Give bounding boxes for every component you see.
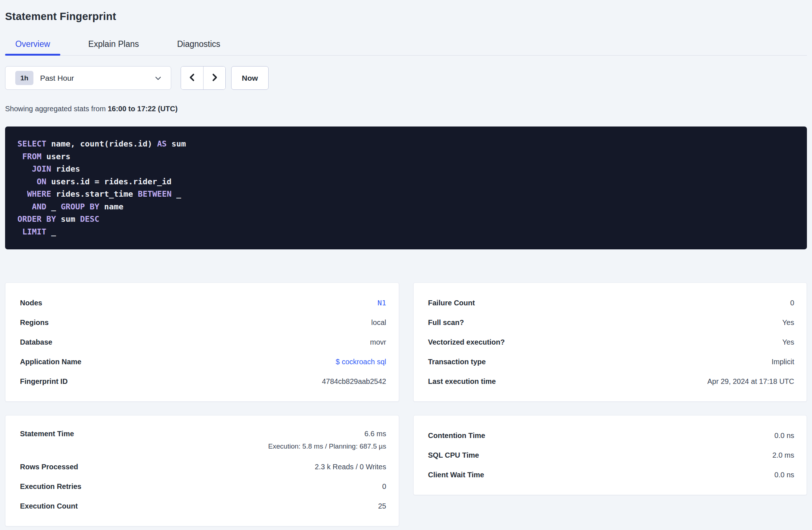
- row-value: movr: [370, 338, 386, 346]
- statement-details-card: NodesN1RegionslocalDatabasemovrApplicati…: [5, 282, 399, 402]
- sql-line: AND _ GROUP BY name: [17, 201, 795, 213]
- wait-time-card: Contention Time0.0 nsSQL CPU Time2.0 msC…: [413, 415, 807, 495]
- sql-keyword: BETWEEN: [138, 189, 172, 198]
- row-value: local: [371, 318, 386, 327]
- row-subvalue: Execution: 5.8 ms / Planning: 687.5 µs: [268, 442, 386, 451]
- sql-text: rides.start_time: [51, 189, 138, 198]
- row-label: Statement Time: [20, 426, 74, 442]
- sql-statement-box: SELECT name, count(rides.id) AS sum FROM…: [5, 127, 807, 249]
- row-value-wrap: movr: [370, 338, 386, 346]
- row-label: Contention Time: [428, 431, 485, 440]
- tab-diagnostics[interactable]: Diagnostics: [167, 34, 230, 55]
- sql-text: name: [99, 202, 123, 211]
- sql-text: sum: [167, 139, 186, 148]
- row-value-wrap: N1: [377, 298, 386, 307]
- row-value: 2.0 ms: [772, 451, 794, 459]
- sql-text: users.id = rides.rider_id: [46, 177, 171, 186]
- sql-keyword: WHERE: [27, 189, 51, 198]
- sql-line: SELECT name, count(rides.id) AS sum: [17, 138, 795, 150]
- now-button[interactable]: Now: [231, 66, 269, 90]
- sql-text: [17, 152, 22, 161]
- sql-keyword: FROM: [22, 152, 41, 161]
- row-value: 25: [378, 502, 386, 510]
- card-row: Fingerprint ID4784cb829aab2542: [20, 372, 386, 391]
- row-label: Execution Retries: [20, 482, 81, 491]
- tab-overview[interactable]: Overview: [5, 34, 60, 55]
- card-row: NodesN1: [20, 293, 386, 313]
- chevron-down-icon: [154, 74, 162, 82]
- sql-text: [17, 189, 27, 198]
- chevron-left-icon: [188, 73, 197, 84]
- row-label: Application Name: [20, 358, 81, 366]
- next-time-button[interactable]: [203, 67, 225, 89]
- row-value: Implicit: [772, 358, 794, 366]
- card-row: Contention Time0.0 ns: [428, 426, 795, 445]
- sql-text: users: [41, 152, 70, 161]
- statement-time-card: Statement Time6.6 msExecution: 5.8 ms / …: [5, 415, 399, 526]
- sql-keyword: GROUP BY: [61, 202, 99, 211]
- card-row: SQL CPU Time2.0 ms: [428, 445, 795, 465]
- sql-text: _: [172, 189, 181, 198]
- row-value: 4784cb829aab2542: [322, 377, 386, 386]
- row-label: Vectorized execution?: [428, 338, 505, 346]
- row-value-wrap: Yes: [782, 318, 794, 327]
- row-value-link[interactable]: N1: [377, 298, 386, 307]
- sql-line: WHERE rides.start_time BETWEEN _: [17, 188, 795, 201]
- sql-keyword: AND: [32, 202, 47, 211]
- row-label: Full scan?: [428, 318, 464, 327]
- sql-keyword: DESC: [80, 214, 99, 224]
- row-value-wrap: 6.6 msExecution: 5.8 ms / Planning: 687.…: [268, 426, 386, 451]
- row-value-wrap: Implicit: [772, 358, 794, 366]
- row-label: Nodes: [20, 299, 42, 307]
- row-label: Database: [20, 338, 52, 346]
- row-value-wrap: 0.0 ns: [775, 471, 794, 479]
- statement-fingerprint-page: Statement Fingerprint Overview Explain P…: [0, 11, 812, 526]
- row-value-wrap: local: [371, 318, 386, 327]
- sql-line: ON users.id = rides.rider_id: [17, 176, 795, 188]
- page-title: Statement Fingerprint: [5, 11, 807, 22]
- tab-explain-plans[interactable]: Explain Plans: [78, 34, 149, 55]
- row-label: Failure Count: [428, 299, 475, 307]
- row-value-wrap: 4784cb829aab2542: [322, 377, 386, 386]
- previous-time-button[interactable]: [181, 67, 203, 89]
- row-value-wrap: $ cockroach sql: [336, 358, 386, 366]
- time-range-label: Past Hour: [40, 74, 74, 83]
- sql-keyword: SELECT: [17, 139, 46, 148]
- sql-keyword: ON: [37, 177, 47, 186]
- card-row: Statement Time6.6 msExecution: 5.8 ms / …: [20, 426, 386, 457]
- card-row: Application Name$ cockroach sql: [20, 352, 386, 372]
- row-value-link[interactable]: $ cockroach sql: [336, 358, 386, 366]
- sql-text: [17, 164, 32, 173]
- row-label: Execution Count: [20, 502, 78, 510]
- sql-text: name, count(rides.id): [46, 139, 157, 148]
- time-range-badge: 1h: [15, 71, 33, 85]
- row-value: 0.0 ns: [775, 431, 794, 440]
- aggregated-stats-prefix: Showing aggregated stats from: [5, 105, 108, 113]
- row-value-wrap: 0: [790, 299, 794, 307]
- sql-keyword: AS: [157, 139, 167, 148]
- row-value: 0: [790, 299, 794, 307]
- card-row: Databasemovr: [20, 332, 386, 352]
- row-value: 6.6 ms: [268, 426, 386, 442]
- sql-line: ORDER BY sum DESC: [17, 213, 795, 226]
- sql-text: sum: [56, 214, 80, 224]
- chevron-right-icon: [210, 73, 219, 84]
- card-row: Client Wait Time0.0 ns: [428, 465, 795, 485]
- row-value-wrap: Apr 29, 2024 at 17:18 UTC: [707, 377, 794, 386]
- execution-attributes-card: Failure Count0Full scan?YesVectorized ex…: [413, 282, 807, 402]
- sql-text: _: [47, 202, 61, 211]
- sql-text: rides: [51, 164, 80, 173]
- card-row: Rows Processed2.3 k Reads / 0 Writes: [20, 457, 386, 477]
- card-row: Last execution timeApr 29, 2024 at 17:18…: [428, 372, 795, 391]
- card-row: Vectorized execution?Yes: [428, 332, 795, 352]
- row-value-wrap: 2.0 ms: [772, 451, 794, 459]
- card-row: Failure Count0: [428, 293, 795, 313]
- cards-grid: NodesN1RegionslocalDatabasemovrApplicati…: [5, 282, 807, 526]
- row-value-wrap: Yes: [782, 338, 794, 346]
- aggregated-stats-range: 16:00 to 17:22 (UTC): [108, 105, 177, 113]
- sql-text: [17, 202, 32, 211]
- time-picker-row: 1h Past Hour Now: [5, 66, 807, 90]
- row-value-wrap: 25: [378, 502, 386, 510]
- time-nav-group: [181, 66, 226, 90]
- time-range-dropdown[interactable]: 1h Past Hour: [5, 66, 171, 90]
